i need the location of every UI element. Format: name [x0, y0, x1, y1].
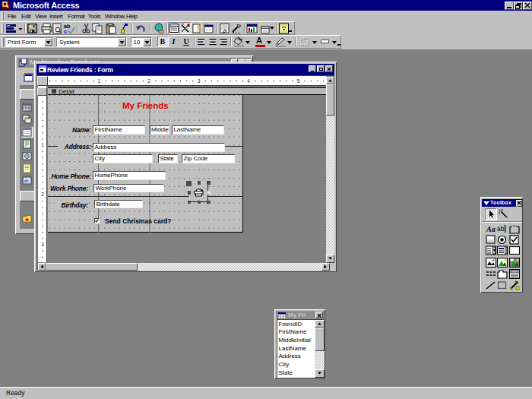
svg-text:ab: ab — [497, 225, 505, 233]
svg-text:4: 4 — [247, 78, 250, 84]
svg-text:5: 5 — [297, 78, 300, 84]
svg-text:2: 2 — [147, 78, 150, 84]
svg-text:Aa: Aa — [486, 225, 496, 233]
svg-text:3: 3 — [198, 78, 201, 84]
svg-text:2: 2 — [41, 192, 44, 197]
svg-text:ab: ab — [64, 24, 70, 29]
svg-text:1: 1 — [98, 78, 101, 84]
svg-text:3: 3 — [41, 242, 44, 247]
svg-text:ab: ab — [24, 178, 29, 184]
svg-text:c: c — [64, 29, 67, 34]
svg-text:1: 1 — [41, 142, 44, 147]
